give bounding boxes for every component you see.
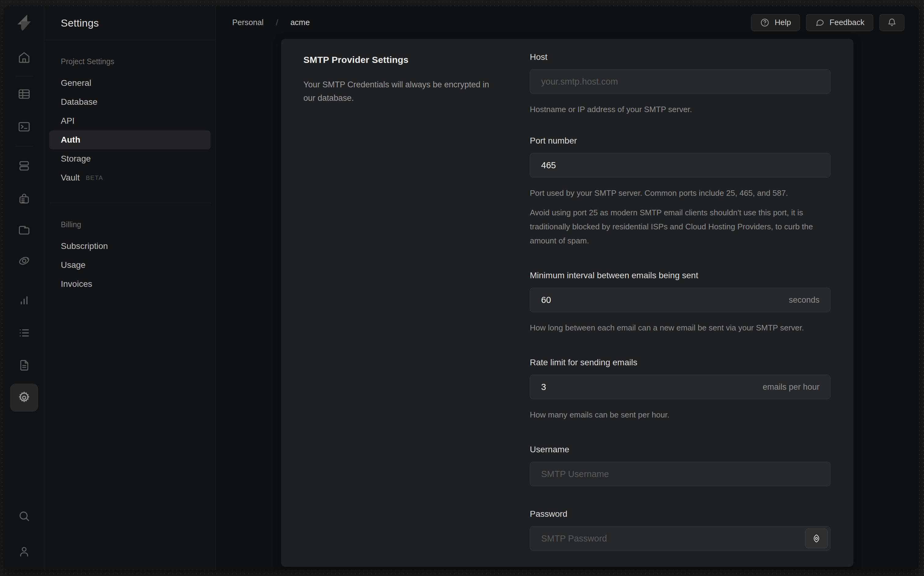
field-label: Port number	[530, 136, 831, 146]
settings-sidebar: Settings Project Settings General Databa…	[44, 6, 216, 570]
rate-limit-field: Rate limit for sending emails emails per…	[530, 358, 831, 422]
sidebar-item-database[interactable]: Database	[49, 93, 211, 112]
sidebar-item-api[interactable]: API	[49, 112, 211, 130]
sidebar-item-subscription[interactable]: Subscription	[49, 237, 211, 256]
sidebar-item-usage[interactable]: Usage	[49, 256, 211, 275]
eye-icon	[812, 534, 821, 543]
breadcrumb: Personal / acme	[232, 18, 310, 27]
field-helper: Port used by your SMTP server. Common po…	[530, 186, 831, 200]
host-field: Host Hostname or IP address of your SMTP…	[530, 52, 831, 116]
help-circle-icon	[760, 18, 770, 27]
sidebar-item-general[interactable]: General	[49, 74, 211, 93]
profile-icon[interactable]	[18, 545, 31, 558]
edge-functions-icon[interactable]	[18, 254, 31, 267]
minimum-interval-input[interactable]	[530, 288, 831, 312]
minimum-interval-field: Minimum interval between emails being se…	[530, 270, 831, 335]
breadcrumb-separator: /	[276, 18, 279, 27]
port-field: Port number Port used by your SMTP serve…	[530, 136, 831, 248]
field-label: Password	[530, 509, 831, 519]
field-helper: Hostname or IP address of your SMTP serv…	[530, 102, 831, 116]
rail-divider	[15, 146, 33, 146]
notifications-button[interactable]	[879, 14, 905, 31]
rate-limit-input[interactable]	[530, 375, 831, 399]
project-settings-nav: Project Settings General Database API Au…	[44, 40, 215, 293]
supabase-logo-icon[interactable]	[16, 13, 33, 32]
sql-editor-icon[interactable]	[18, 120, 31, 133]
password-field: Password	[530, 509, 831, 550]
icon-rail	[4, 6, 44, 570]
sidebar-item-storage[interactable]: Storage	[49, 149, 211, 168]
feedback-button[interactable]: Feedback	[806, 14, 873, 31]
field-label: Rate limit for sending emails	[530, 358, 831, 367]
bell-icon	[887, 18, 897, 27]
main-area: Personal / acme Help Feedback	[216, 6, 919, 570]
field-label: Minimum interval between emails being se…	[530, 270, 831, 280]
table-editor-icon[interactable]	[18, 87, 31, 101]
authentication-icon[interactable]	[18, 192, 31, 205]
chat-bubble-icon	[815, 18, 825, 27]
username-field: Username	[530, 445, 831, 486]
panel-description: Your SMTP Credentials will always be enc…	[303, 78, 496, 105]
nav-section-header: Project Settings	[49, 55, 211, 67]
topbar: Personal / acme Help Feedback	[216, 6, 919, 39]
help-button[interactable]: Help	[751, 14, 800, 31]
sidebar-item-vault[interactable]: Vault BETA	[49, 168, 211, 187]
smtp-password-input[interactable]	[530, 526, 831, 550]
reports-icon[interactable]	[18, 294, 31, 307]
smtp-form: Host Hostname or IP address of your SMTP…	[530, 39, 854, 567]
port-input[interactable]	[530, 153, 831, 178]
search-icon[interactable]	[18, 509, 31, 523]
logs-icon[interactable]	[18, 326, 31, 339]
storage-icon[interactable]	[18, 223, 31, 237]
breadcrumb-project[interactable]: acme	[290, 18, 310, 27]
host-input[interactable]	[530, 69, 831, 94]
show-password-button[interactable]	[805, 529, 828, 548]
field-helper: How many emails can be sent per hour.	[530, 408, 831, 422]
settings-icon[interactable]	[10, 384, 38, 412]
field-label: Username	[530, 445, 831, 454]
panel-title: SMTP Provider Settings	[303, 55, 496, 65]
nav-section-header: Billing	[49, 218, 211, 230]
home-icon[interactable]	[18, 51, 31, 64]
content-area: SMTP Provider Settings Your SMTP Credent…	[216, 39, 919, 570]
beta-badge: BETA	[86, 174, 103, 181]
database-icon[interactable]	[18, 159, 31, 173]
panel-info: SMTP Provider Settings Your SMTP Credent…	[281, 39, 530, 567]
field-helper: Avoid using port 25 as modern SMTP email…	[530, 206, 831, 248]
field-label: Host	[530, 52, 831, 62]
smtp-username-input[interactable]	[530, 462, 831, 486]
sidebar-item-auth[interactable]: Auth	[49, 130, 211, 149]
sidebar-header: Settings	[44, 6, 215, 40]
sidebar-item-invoices[interactable]: Invoices	[49, 275, 211, 293]
page-title: Settings	[61, 17, 99, 29]
app-window: Settings Project Settings General Databa…	[4, 6, 919, 570]
docs-icon[interactable]	[18, 358, 31, 372]
breadcrumb-org[interactable]: Personal	[232, 18, 264, 27]
field-helper: How long between each email can a new em…	[530, 321, 831, 335]
smtp-settings-panel: SMTP Provider Settings Your SMTP Credent…	[281, 39, 854, 567]
